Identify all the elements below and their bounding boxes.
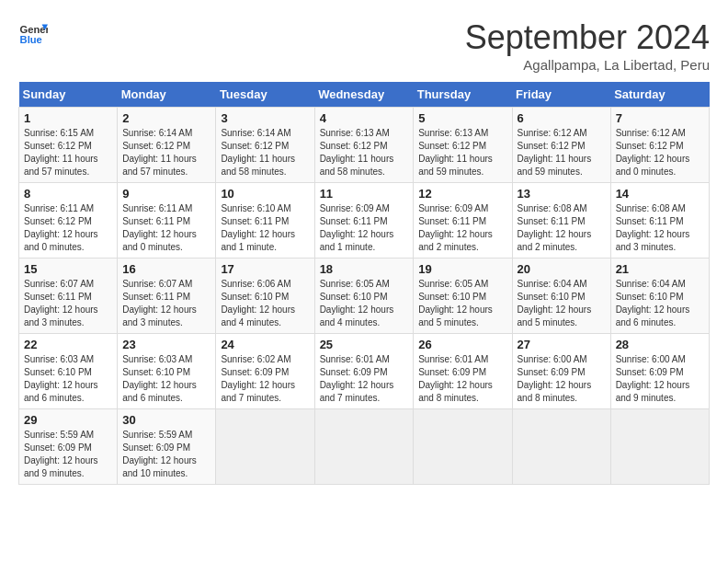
day-number: 14 (616, 187, 704, 201)
calendar-cell: 10Sunrise: 6:10 AM Sunset: 6:11 PM Dayli… (216, 183, 314, 259)
calendar-cell: 28Sunrise: 6:00 AM Sunset: 6:09 PM Dayli… (610, 334, 709, 409)
day-number: 7 (616, 111, 704, 125)
weekday-header-tuesday: Tuesday (216, 82, 314, 108)
calendar-cell (314, 409, 414, 485)
day-info: Sunrise: 6:01 AM Sunset: 6:09 PM Dayligh… (320, 353, 409, 405)
month-title: September 2024 (465, 18, 710, 57)
logo: General Blue (18, 18, 48, 48)
weekday-header-monday: Monday (118, 82, 216, 108)
day-number: 10 (221, 187, 309, 201)
calendar-cell: 18Sunrise: 6:05 AM Sunset: 6:10 PM Dayli… (314, 259, 414, 334)
day-number: 24 (221, 338, 309, 351)
day-number: 4 (320, 111, 409, 125)
calendar-cell: 6Sunrise: 6:12 AM Sunset: 6:12 PM Daylig… (512, 108, 610, 183)
day-number: 29 (24, 413, 112, 427)
day-number: 30 (122, 413, 210, 427)
calendar-week-4: 22Sunrise: 6:03 AM Sunset: 6:10 PM Dayli… (19, 334, 710, 409)
weekday-header-friday: Friday (512, 82, 610, 108)
day-info: Sunrise: 6:08 AM Sunset: 6:11 PM Dayligh… (518, 202, 606, 254)
weekday-header-saturday: Saturday (610, 82, 709, 108)
location-subtitle: Agallpampa, La Libertad, Peru (465, 57, 710, 73)
day-number: 3 (221, 111, 309, 125)
title-block: September 2024 Agallpampa, La Libertad, … (465, 18, 710, 73)
calendar-cell: 13Sunrise: 6:08 AM Sunset: 6:11 PM Dayli… (512, 183, 610, 259)
calendar-cell: 27Sunrise: 6:00 AM Sunset: 6:09 PM Dayli… (512, 334, 610, 409)
day-number: 20 (518, 262, 606, 276)
day-number: 2 (122, 111, 210, 125)
day-number: 6 (518, 111, 606, 125)
calendar-cell: 7Sunrise: 6:12 AM Sunset: 6:12 PM Daylig… (610, 108, 709, 183)
day-info: Sunrise: 6:05 AM Sunset: 6:10 PM Dayligh… (320, 278, 409, 329)
day-number: 12 (418, 187, 506, 201)
day-number: 9 (122, 187, 210, 201)
calendar-week-5: 29Sunrise: 5:59 AM Sunset: 6:09 PM Dayli… (19, 409, 710, 485)
day-number: 22 (24, 338, 112, 351)
day-number: 8 (24, 187, 112, 201)
calendar-cell: 29Sunrise: 5:59 AM Sunset: 6:09 PM Dayli… (19, 409, 118, 485)
calendar-cell: 26Sunrise: 6:01 AM Sunset: 6:09 PM Dayli… (414, 334, 512, 409)
day-info: Sunrise: 6:01 AM Sunset: 6:09 PM Dayligh… (418, 353, 506, 405)
day-number: 26 (418, 338, 506, 351)
calendar-cell: 8Sunrise: 6:11 AM Sunset: 6:12 PM Daylig… (19, 183, 118, 259)
day-info: Sunrise: 6:13 AM Sunset: 6:12 PM Dayligh… (320, 127, 409, 178)
day-info: Sunrise: 6:03 AM Sunset: 6:10 PM Dayligh… (24, 353, 112, 405)
calendar-cell: 15Sunrise: 6:07 AM Sunset: 6:11 PM Dayli… (19, 259, 118, 334)
weekday-header-wednesday: Wednesday (314, 82, 414, 108)
day-info: Sunrise: 6:14 AM Sunset: 6:12 PM Dayligh… (122, 127, 210, 178)
day-info: Sunrise: 5:59 AM Sunset: 6:09 PM Dayligh… (122, 429, 210, 480)
calendar-cell: 23Sunrise: 6:03 AM Sunset: 6:10 PM Dayli… (118, 334, 216, 409)
page-header: General Blue September 2024 Agallpampa, … (18, 18, 710, 73)
day-info: Sunrise: 6:04 AM Sunset: 6:10 PM Dayligh… (518, 278, 606, 329)
day-info: Sunrise: 6:15 AM Sunset: 6:12 PM Dayligh… (24, 127, 112, 178)
calendar-cell: 1Sunrise: 6:15 AM Sunset: 6:12 PM Daylig… (19, 108, 118, 183)
day-number: 11 (320, 187, 409, 201)
day-info: Sunrise: 6:02 AM Sunset: 6:09 PM Dayligh… (221, 353, 309, 405)
day-number: 19 (418, 262, 506, 276)
day-number: 25 (320, 338, 409, 351)
day-info: Sunrise: 6:05 AM Sunset: 6:10 PM Dayligh… (418, 278, 506, 329)
day-info: Sunrise: 6:12 AM Sunset: 6:12 PM Dayligh… (518, 127, 606, 178)
calendar-cell (610, 409, 709, 485)
weekday-header-row: SundayMondayTuesdayWednesdayThursdayFrid… (19, 82, 710, 108)
day-info: Sunrise: 6:04 AM Sunset: 6:10 PM Dayligh… (616, 278, 704, 329)
calendar-cell: 16Sunrise: 6:07 AM Sunset: 6:11 PM Dayli… (118, 259, 216, 334)
calendar-cell: 5Sunrise: 6:13 AM Sunset: 6:12 PM Daylig… (414, 108, 512, 183)
day-number: 15 (24, 262, 112, 276)
logo-icon: General Blue (18, 18, 48, 48)
day-info: Sunrise: 6:09 AM Sunset: 6:11 PM Dayligh… (418, 202, 506, 254)
calendar-cell: 11Sunrise: 6:09 AM Sunset: 6:11 PM Dayli… (314, 183, 414, 259)
day-number: 17 (221, 262, 309, 276)
day-info: Sunrise: 6:00 AM Sunset: 6:09 PM Dayligh… (518, 353, 606, 405)
day-number: 5 (418, 111, 506, 125)
day-info: Sunrise: 6:06 AM Sunset: 6:10 PM Dayligh… (221, 278, 309, 329)
calendar-cell (414, 409, 512, 485)
day-number: 16 (122, 262, 210, 276)
day-info: Sunrise: 6:07 AM Sunset: 6:11 PM Dayligh… (122, 278, 210, 329)
calendar-cell: 24Sunrise: 6:02 AM Sunset: 6:09 PM Dayli… (216, 334, 314, 409)
day-info: Sunrise: 6:07 AM Sunset: 6:11 PM Dayligh… (24, 278, 112, 329)
day-number: 1 (24, 111, 112, 125)
day-info: Sunrise: 5:59 AM Sunset: 6:09 PM Dayligh… (24, 429, 112, 480)
day-info: Sunrise: 6:11 AM Sunset: 6:12 PM Dayligh… (24, 202, 112, 254)
day-info: Sunrise: 6:11 AM Sunset: 6:11 PM Dayligh… (122, 202, 210, 254)
day-number: 27 (518, 338, 606, 351)
day-info: Sunrise: 6:14 AM Sunset: 6:12 PM Dayligh… (221, 127, 309, 178)
calendar-cell: 30Sunrise: 5:59 AM Sunset: 6:09 PM Dayli… (118, 409, 216, 485)
day-info: Sunrise: 6:00 AM Sunset: 6:09 PM Dayligh… (616, 353, 704, 405)
day-info: Sunrise: 6:10 AM Sunset: 6:11 PM Dayligh… (221, 202, 309, 254)
day-number: 23 (122, 338, 210, 351)
calendar-week-1: 1Sunrise: 6:15 AM Sunset: 6:12 PM Daylig… (19, 108, 710, 183)
calendar-cell: 14Sunrise: 6:08 AM Sunset: 6:11 PM Dayli… (610, 183, 709, 259)
calendar-cell: 3Sunrise: 6:14 AM Sunset: 6:12 PM Daylig… (216, 108, 314, 183)
calendar-week-3: 15Sunrise: 6:07 AM Sunset: 6:11 PM Dayli… (19, 259, 710, 334)
calendar-cell (512, 409, 610, 485)
calendar-cell: 4Sunrise: 6:13 AM Sunset: 6:12 PM Daylig… (314, 108, 414, 183)
calendar-cell: 20Sunrise: 6:04 AM Sunset: 6:10 PM Dayli… (512, 259, 610, 334)
calendar-cell: 22Sunrise: 6:03 AM Sunset: 6:10 PM Dayli… (19, 334, 118, 409)
calendar-cell: 25Sunrise: 6:01 AM Sunset: 6:09 PM Dayli… (314, 334, 414, 409)
calendar-cell: 12Sunrise: 6:09 AM Sunset: 6:11 PM Dayli… (414, 183, 512, 259)
svg-text:Blue: Blue (20, 34, 42, 45)
day-number: 18 (320, 262, 409, 276)
day-info: Sunrise: 6:09 AM Sunset: 6:11 PM Dayligh… (320, 202, 409, 254)
calendar-table: SundayMondayTuesdayWednesdayThursdayFrid… (18, 82, 710, 485)
